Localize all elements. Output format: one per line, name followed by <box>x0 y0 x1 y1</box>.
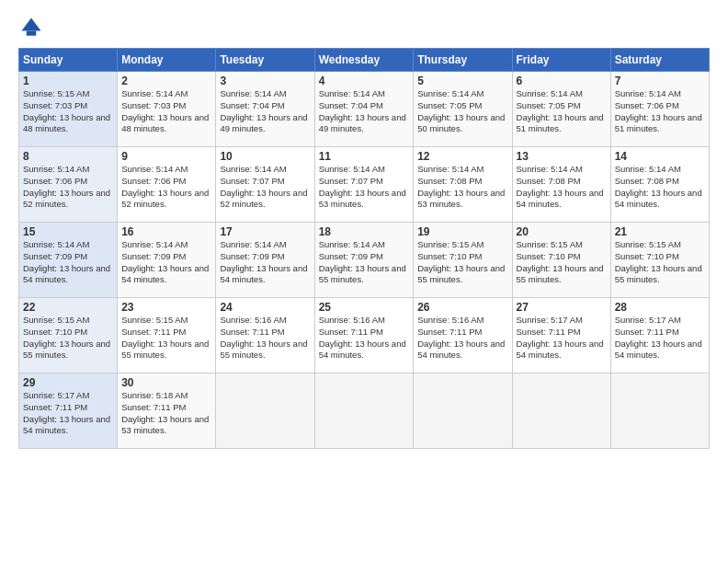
day-number: 29 <box>23 376 113 389</box>
svg-marker-0 <box>22 18 41 31</box>
calendar-cell: 22Sunrise: 5:15 AMSunset: 7:10 PMDayligh… <box>19 298 118 373</box>
day-info: Sunrise: 5:14 AMSunset: 7:07 PMDaylight:… <box>319 164 406 209</box>
calendar-cell: 23Sunrise: 5:15 AMSunset: 7:11 PMDayligh… <box>118 298 216 373</box>
calendar-cell: 4Sunrise: 5:14 AMSunset: 7:04 PMDaylight… <box>314 72 414 147</box>
calendar-cell: 10Sunrise: 5:14 AMSunset: 7:07 PMDayligh… <box>216 147 314 223</box>
week-row-1: 1Sunrise: 5:15 AMSunset: 7:03 PMDaylight… <box>19 72 710 147</box>
calendar-cell: 15Sunrise: 5:14 AMSunset: 7:09 PMDayligh… <box>19 223 118 298</box>
calendar-cell: 20Sunrise: 5:15 AMSunset: 7:10 PMDayligh… <box>512 223 610 298</box>
day-info: Sunrise: 5:14 AMSunset: 7:03 PMDaylight:… <box>121 88 209 133</box>
week-row-5: 29Sunrise: 5:17 AMSunset: 7:11 PMDayligh… <box>19 373 710 449</box>
day-number: 17 <box>220 225 310 238</box>
calendar: SundayMondayTuesdayWednesdayThursdayFrid… <box>18 48 710 449</box>
calendar-cell: 26Sunrise: 5:16 AMSunset: 7:11 PMDayligh… <box>414 298 512 373</box>
calendar-cell: 8Sunrise: 5:14 AMSunset: 7:06 PMDaylight… <box>19 147 118 223</box>
day-info: Sunrise: 5:14 AMSunset: 7:09 PMDaylight:… <box>23 239 110 284</box>
day-number: 27 <box>517 301 607 314</box>
calendar-cell: 12Sunrise: 5:14 AMSunset: 7:08 PMDayligh… <box>414 147 512 223</box>
day-info: Sunrise: 5:14 AMSunset: 7:06 PMDaylight:… <box>121 164 209 209</box>
calendar-cell: 19Sunrise: 5:15 AMSunset: 7:10 PMDayligh… <box>414 223 512 298</box>
calendar-cell: 24Sunrise: 5:16 AMSunset: 7:11 PMDayligh… <box>216 298 314 373</box>
day-number: 2 <box>121 75 211 87</box>
calendar-cell: 17Sunrise: 5:14 AMSunset: 7:09 PMDayligh… <box>216 223 314 298</box>
day-info: Sunrise: 5:15 AMSunset: 7:10 PMDaylight:… <box>615 239 702 284</box>
day-info: Sunrise: 5:14 AMSunset: 7:08 PMDaylight:… <box>417 164 505 209</box>
calendar-header-row: SundayMondayTuesdayWednesdayThursdayFrid… <box>19 49 710 72</box>
day-info: Sunrise: 5:14 AMSunset: 7:06 PMDaylight:… <box>23 164 110 209</box>
week-row-3: 15Sunrise: 5:14 AMSunset: 7:09 PMDayligh… <box>19 223 710 298</box>
calendar-cell <box>314 373 414 449</box>
calendar-cell <box>512 373 610 449</box>
day-info: Sunrise: 5:14 AMSunset: 7:08 PMDaylight:… <box>615 164 702 209</box>
col-header-sunday: Sunday <box>19 49 118 72</box>
calendar-cell: 5Sunrise: 5:14 AMSunset: 7:05 PMDaylight… <box>414 72 512 147</box>
header <box>18 15 710 40</box>
calendar-cell: 18Sunrise: 5:14 AMSunset: 7:09 PMDayligh… <box>314 223 414 298</box>
day-number: 14 <box>615 150 705 163</box>
col-header-wednesday: Wednesday <box>314 49 414 72</box>
calendar-cell: 16Sunrise: 5:14 AMSunset: 7:09 PMDayligh… <box>118 223 216 298</box>
day-info: Sunrise: 5:14 AMSunset: 7:07 PMDaylight:… <box>220 164 307 209</box>
calendar-cell: 6Sunrise: 5:14 AMSunset: 7:05 PMDaylight… <box>512 72 610 147</box>
day-info: Sunrise: 5:14 AMSunset: 7:05 PMDaylight:… <box>517 88 604 133</box>
day-info: Sunrise: 5:14 AMSunset: 7:05 PMDaylight:… <box>417 88 505 133</box>
col-header-saturday: Saturday <box>610 49 709 72</box>
day-number: 18 <box>319 225 410 238</box>
calendar-cell: 29Sunrise: 5:17 AMSunset: 7:11 PMDayligh… <box>19 373 118 449</box>
day-info: Sunrise: 5:15 AMSunset: 7:10 PMDaylight:… <box>23 315 110 360</box>
day-info: Sunrise: 5:16 AMSunset: 7:11 PMDaylight:… <box>220 315 307 360</box>
day-number: 20 <box>517 225 607 238</box>
day-info: Sunrise: 5:14 AMSunset: 7:09 PMDaylight:… <box>319 239 406 284</box>
calendar-cell: 28Sunrise: 5:17 AMSunset: 7:11 PMDayligh… <box>610 298 709 373</box>
day-info: Sunrise: 5:15 AMSunset: 7:10 PMDaylight:… <box>417 239 505 284</box>
col-header-thursday: Thursday <box>414 49 512 72</box>
calendar-cell <box>216 373 314 449</box>
day-number: 30 <box>121 376 211 389</box>
day-number: 24 <box>220 301 310 314</box>
week-row-2: 8Sunrise: 5:14 AMSunset: 7:06 PMDaylight… <box>19 147 710 223</box>
day-info: Sunrise: 5:16 AMSunset: 7:11 PMDaylight:… <box>417 315 505 360</box>
day-number: 21 <box>615 225 705 238</box>
col-header-friday: Friday <box>512 49 610 72</box>
calendar-cell <box>610 373 709 449</box>
day-number: 19 <box>417 225 507 238</box>
day-info: Sunrise: 5:14 AMSunset: 7:04 PMDaylight:… <box>220 88 307 133</box>
calendar-cell: 25Sunrise: 5:16 AMSunset: 7:11 PMDayligh… <box>314 298 414 373</box>
day-number: 16 <box>121 225 211 238</box>
calendar-cell: 1Sunrise: 5:15 AMSunset: 7:03 PMDaylight… <box>19 72 118 147</box>
calendar-cell: 14Sunrise: 5:14 AMSunset: 7:08 PMDayligh… <box>610 147 709 223</box>
logo <box>18 15 48 40</box>
svg-rect-1 <box>27 31 37 36</box>
day-number: 22 <box>23 301 113 314</box>
calendar-cell: 21Sunrise: 5:15 AMSunset: 7:10 PMDayligh… <box>610 223 709 298</box>
page: SundayMondayTuesdayWednesdayThursdayFrid… <box>0 0 728 458</box>
day-number: 1 <box>23 75 113 87</box>
calendar-cell: 2Sunrise: 5:14 AMSunset: 7:03 PMDaylight… <box>118 72 216 147</box>
calendar-body: 1Sunrise: 5:15 AMSunset: 7:03 PMDaylight… <box>19 72 710 449</box>
day-info: Sunrise: 5:14 AMSunset: 7:08 PMDaylight:… <box>517 164 604 209</box>
day-number: 11 <box>319 150 410 163</box>
day-number: 15 <box>23 225 113 238</box>
day-number: 6 <box>517 75 607 87</box>
day-info: Sunrise: 5:17 AMSunset: 7:11 PMDaylight:… <box>517 315 604 360</box>
col-header-monday: Monday <box>118 49 216 72</box>
day-info: Sunrise: 5:17 AMSunset: 7:11 PMDaylight:… <box>23 390 110 435</box>
day-number: 26 <box>417 301 507 314</box>
day-info: Sunrise: 5:17 AMSunset: 7:11 PMDaylight:… <box>615 315 702 360</box>
day-info: Sunrise: 5:14 AMSunset: 7:09 PMDaylight:… <box>121 239 209 284</box>
calendar-cell: 7Sunrise: 5:14 AMSunset: 7:06 PMDaylight… <box>610 72 709 147</box>
week-row-4: 22Sunrise: 5:15 AMSunset: 7:10 PMDayligh… <box>19 298 710 373</box>
calendar-cell: 3Sunrise: 5:14 AMSunset: 7:04 PMDaylight… <box>216 72 314 147</box>
calendar-cell <box>414 373 512 449</box>
logo-icon <box>18 15 44 40</box>
day-info: Sunrise: 5:15 AMSunset: 7:10 PMDaylight:… <box>517 239 604 284</box>
calendar-cell: 13Sunrise: 5:14 AMSunset: 7:08 PMDayligh… <box>512 147 610 223</box>
day-number: 9 <box>121 150 211 163</box>
day-number: 25 <box>319 301 410 314</box>
day-number: 10 <box>220 150 310 163</box>
day-number: 4 <box>319 75 410 87</box>
calendar-cell: 9Sunrise: 5:14 AMSunset: 7:06 PMDaylight… <box>118 147 216 223</box>
day-number: 13 <box>517 150 607 163</box>
day-info: Sunrise: 5:15 AMSunset: 7:11 PMDaylight:… <box>121 315 209 360</box>
col-header-tuesday: Tuesday <box>216 49 314 72</box>
